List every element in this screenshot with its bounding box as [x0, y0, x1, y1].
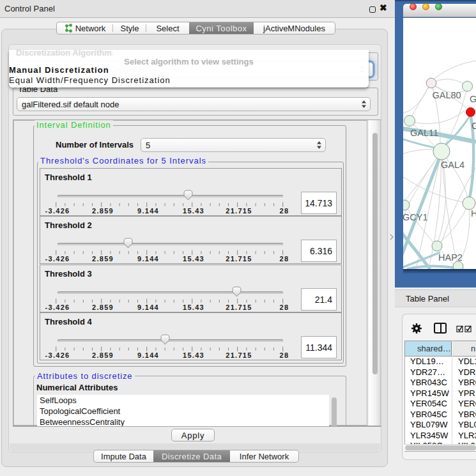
svg-text:G.: G. — [470, 94, 476, 104]
svg-text:GAL80: GAL80 — [433, 90, 461, 100]
svg-text:HAP2: HAP2 — [438, 252, 463, 263]
svg-text:C: C — [472, 121, 476, 131]
svg-text:GAL11: GAL11 — [410, 128, 438, 138]
svg-text:H: H — [471, 208, 476, 219]
svg-text:GCY1: GCY1 — [403, 212, 428, 222]
svg-text:GAL4: GAL4 — [441, 160, 464, 170]
